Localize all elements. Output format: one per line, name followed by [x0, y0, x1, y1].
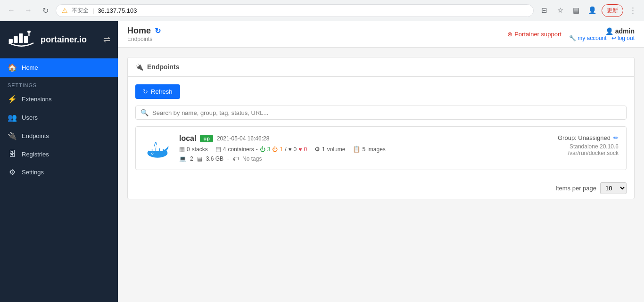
- extensions-icon: ⚡: [8, 95, 17, 104]
- svg-rect-10: [160, 146, 163, 151]
- refresh-button[interactable]: ↻ Refresh: [135, 84, 180, 99]
- sidebar: portainer.io ⇌ 🏠 Home SETTINGS ⚡ Extensi…: [0, 21, 118, 302]
- sidebar-item-registries[interactable]: 🗄 Registries: [0, 145, 118, 163]
- main-content: Home ↻ Endpoints ⊗ Portainer support 👤 a…: [118, 21, 644, 302]
- stat-containers: ▤ 4 containers - ⏻ 3 ⏻ 1 / ♥: [215, 146, 307, 153]
- endpoints-section-body: ↻ Refresh 🔍: [128, 77, 634, 178]
- volumes-label: volume: [327, 146, 346, 153]
- account-button[interactable]: 👤: [586, 4, 599, 17]
- endpoint-stats: ▦ 0 stacks ▤ 4 containers - ⏻: [179, 146, 517, 153]
- settings-icon: ⚙: [8, 168, 17, 177]
- portainer-support-link[interactable]: ⊗ Portainer support: [507, 31, 561, 38]
- update-button[interactable]: 更新: [602, 4, 623, 17]
- tab-manage-button[interactable]: ▤: [570, 4, 583, 17]
- memory-value: 3.6 GB: [206, 155, 223, 162]
- endpoint-right: Group: Unassigned ✏ Standalone 20.10.6 /…: [524, 134, 619, 156]
- unhealthy-count: 0: [304, 146, 307, 153]
- stopped-icon: ⏻: [272, 146, 278, 153]
- search-bar: 🔍: [135, 106, 627, 120]
- reload-button[interactable]: ↻: [39, 4, 52, 17]
- edit-group-icon[interactable]: ✏: [613, 134, 619, 141]
- endpoints-section-header: 🔌 Endpoints: [128, 57, 634, 77]
- home-icon: 🏠: [8, 63, 17, 72]
- svg-rect-8: [152, 146, 155, 151]
- page-body: 🔌 Endpoints ↻ Refresh 🔍: [118, 48, 644, 302]
- items-per-page-label: Items per page: [555, 185, 596, 192]
- registries-icon: 🗄: [8, 150, 17, 158]
- svg-rect-3: [24, 36, 28, 43]
- my-account-link[interactable]: 🔧 my account: [569, 35, 607, 41]
- browser-chrome: ← → ↻ ⚠ 不安全 | 36.137.75.103 ⊟ ☆ ▤ 👤 更新 ⋮: [0, 0, 644, 21]
- volumes-icon: ⚙: [314, 146, 320, 153]
- sidebar-item-settings-label: Settings: [22, 169, 44, 176]
- memory-icon: ▤: [197, 155, 202, 162]
- header-left: Home ↻ Endpoints: [127, 26, 161, 42]
- svg-rect-7: [149, 148, 151, 151]
- page-title: Home ↻: [127, 26, 161, 36]
- logout-icon: ↩: [611, 35, 616, 41]
- sidebar-item-home[interactable]: 🏠 Home: [0, 58, 118, 77]
- app-container: portainer.io ⇌ 🏠 Home SETTINGS ⚡ Extensi…: [0, 21, 644, 302]
- group-info: Group: Unassigned ✏: [524, 134, 619, 141]
- sidebar-item-registries-label: Registries: [22, 151, 49, 158]
- running-count: 3: [267, 146, 271, 153]
- forward-button[interactable]: →: [22, 4, 35, 17]
- volumes-count: 1: [322, 146, 325, 153]
- warning-text: 不安全: [72, 7, 89, 15]
- per-page-select[interactable]: 10 25 50 100: [600, 182, 627, 194]
- bookmark-button[interactable]: ☆: [553, 4, 567, 17]
- sidebar-transfer-icon[interactable]: ⇌: [103, 34, 110, 45]
- sidebar-settings-section: SETTINGS: [0, 77, 118, 90]
- socket-info: /var/run/docker.sock: [524, 150, 619, 156]
- stacks-label: stacks: [192, 146, 208, 153]
- portainer-logo-icon: [8, 28, 36, 51]
- admin-avatar-icon: 👤: [605, 27, 613, 35]
- admin-info: 👤 admin 🔧 my account ↩ log out: [569, 27, 635, 41]
- unhealthy-icon: ♥: [298, 146, 302, 153]
- endpoint-name-row: local up 2021-05-04 16:46:28: [179, 134, 517, 143]
- containers-label: containers: [228, 146, 254, 153]
- svg-rect-2: [19, 33, 23, 43]
- header-right: ⊗ Portainer support 👤 admin 🔧 my account: [507, 27, 635, 41]
- sidebar-item-endpoints-label: Endpoints: [22, 132, 49, 139]
- endpoint-name: local: [179, 134, 196, 143]
- refresh-btn-icon: ↻: [143, 88, 148, 95]
- endpoints-icon: 🔌: [8, 131, 17, 140]
- images-icon: 📋: [353, 146, 360, 153]
- stacks-count: 0: [187, 146, 190, 153]
- cast-button[interactable]: ⊟: [537, 4, 551, 17]
- header-refresh-icon[interactable]: ↻: [155, 26, 161, 35]
- sidebar-item-users-label: Users: [22, 114, 38, 121]
- top-header: Home ↻ Endpoints ⊗ Portainer support 👤 a…: [118, 21, 644, 48]
- containers-count: 4: [223, 146, 226, 153]
- menu-button[interactable]: ⋮: [626, 4, 639, 17]
- endpoints-section-title: Endpoints: [147, 63, 179, 71]
- admin-name: 👤 admin: [605, 27, 635, 35]
- sidebar-item-settings[interactable]: ⚙ Settings: [0, 163, 118, 181]
- endpoint-card-local[interactable]: local up 2021-05-04 16:46:28 ▦ 0 stacks: [135, 126, 627, 170]
- sidebar-item-extensions[interactable]: ⚡ Extensions: [0, 90, 118, 108]
- search-input[interactable]: [152, 109, 621, 116]
- sidebar-logo: portainer.io ⇌: [0, 21, 118, 58]
- url-display: 36.137.75.103: [98, 7, 528, 14]
- admin-links: 🔧 my account ↩ log out: [569, 35, 635, 41]
- sidebar-item-users[interactable]: 👥 Users: [0, 108, 118, 127]
- svg-rect-0: [9, 39, 13, 43]
- running-icon: ⏻: [260, 146, 265, 153]
- sidebar-item-endpoints[interactable]: 🔌 Endpoints: [0, 127, 118, 145]
- breadcrumb: Endpoints: [127, 36, 161, 42]
- svg-rect-9: [156, 145, 159, 151]
- back-button[interactable]: ←: [5, 4, 18, 17]
- endpoints-section-icon: 🔌: [135, 63, 143, 71]
- cpu-icon: 💻: [179, 155, 186, 162]
- images-count: 5: [362, 146, 365, 153]
- search-icon: 🔍: [140, 109, 149, 116]
- users-icon: 👥: [8, 113, 17, 122]
- stat-volumes: ⚙ 1 volume: [314, 146, 345, 153]
- stopped-count: 1: [280, 146, 283, 153]
- cpu-count: 2: [190, 155, 193, 162]
- stat-images: 📋 5 images: [353, 146, 385, 153]
- log-out-link[interactable]: ↩ log out: [611, 35, 635, 41]
- sidebar-item-extensions-label: Extensions: [22, 96, 52, 103]
- sidebar-item-home-label: Home: [22, 64, 38, 71]
